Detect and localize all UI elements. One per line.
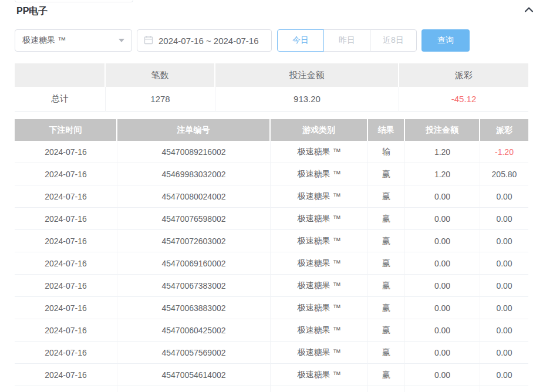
query-button[interactable]: 查询 — [421, 29, 470, 52]
bet-table-cell: 0.00 — [480, 364, 528, 386]
summary-value-cell: -45.12 — [399, 87, 528, 111]
bet-table-header-cell: 游戏类别 — [271, 119, 368, 141]
bet-table-cell: 0.00 — [405, 364, 480, 386]
bet-table-cell: 极速糖果 ™ — [271, 208, 368, 230]
bet-table-cell: 极速糖果 ™ — [271, 185, 368, 208]
bet-table-cell: 2024-07-16 — [15, 275, 117, 297]
bet-table-header-cell: 注单编号 — [117, 119, 271, 141]
bet-table-cell: 赢 — [368, 364, 405, 386]
pp-electronic-panel: PP电子 极速糖果 ™ 2024-07-16 ~ 2024-07-16 — [0, 0, 543, 392]
date-range-input[interactable]: 2024-07-16 ~ 2024-07-16 — [137, 29, 272, 52]
bet-table-cell: 0.00 — [405, 319, 480, 342]
bet-table-cell: 1.20 — [405, 141, 480, 163]
bet-table-cell: 赢 — [368, 163, 405, 185]
bet-table-cell: 45470069160002 — [117, 252, 271, 275]
bet-table-cell — [480, 386, 528, 392]
bet-table-cell: 0.00 — [405, 230, 480, 252]
panel-title: PP电子 — [16, 5, 48, 18]
collapse-panel-button[interactable] — [522, 3, 536, 17]
bet-table-cell: 0.00 — [405, 208, 480, 230]
bet-records-table: 下注时间注单编号游戏类别结果投注金额派彩 2024-07-16454700892… — [15, 119, 528, 392]
bet-table-cell: 45470072603002 — [117, 230, 271, 252]
summary-header-cell: 派彩 — [399, 63, 528, 87]
summary-header-cell: 投注金额 — [215, 63, 399, 87]
bet-table-cell: 极速糖果 ™ — [271, 364, 368, 386]
filter-bar: 极速糖果 ™ 2024-07-16 ~ 2024-07-16 今日昨日近8日 查… — [15, 29, 470, 52]
summary-row-label: 总计 — [15, 87, 106, 111]
bet-table-cell: 赢 — [368, 185, 405, 208]
bet-table-cell: 2024-07-16 — [15, 185, 117, 208]
caret-down-icon — [119, 39, 124, 42]
bet-table-header-cell: 派彩 — [480, 119, 528, 141]
bet-table-cell: 极速糖果 ™ — [271, 163, 368, 185]
bet-table-cell: 赢 — [368, 297, 405, 319]
calendar-icon — [144, 35, 158, 46]
table-row: 2024-07-1645469983032002极速糖果 ™赢1.20205.8… — [15, 163, 528, 185]
table-row: 2024-07-1645470080024002极速糖果 ™赢0.000.00 — [15, 185, 528, 208]
bet-table-cell: 0.00 — [480, 208, 528, 230]
table-row: 2024-07-1645470060425002极速糖果 ™赢0.000.00 — [15, 319, 528, 342]
summary-header-cell: 笔数 — [106, 63, 215, 87]
bet-table-cell: 极速糖果 ™ — [271, 319, 368, 342]
bet-table-cell: 赢 — [368, 319, 405, 342]
bet-table-cell: -1.20 — [480, 141, 528, 163]
quick-range-button-2[interactable]: 近8日 — [370, 29, 417, 52]
quick-range-button-1[interactable]: 昨日 — [323, 29, 370, 52]
bet-table-cell: 2024-07-16 — [15, 141, 117, 163]
date-range-value: 2024-07-16 ~ 2024-07-16 — [158, 36, 259, 46]
bet-table-cell: 2024-07-16 — [15, 297, 117, 319]
bet-table-header-cell: 结果 — [368, 119, 405, 141]
table-row-partial — [15, 386, 528, 392]
bet-table-cell: 45469983032002 — [117, 163, 271, 185]
bet-table-cell: 极速糖果 ™ — [271, 275, 368, 297]
bet-table-cell: 0.00 — [480, 275, 528, 297]
quick-range-button-0[interactable]: 今日 — [277, 29, 324, 52]
quick-range-button-group: 今日昨日近8日 — [277, 29, 417, 52]
game-select-value: 极速糖果 ™ — [22, 35, 66, 46]
bet-table-cell: 0.00 — [405, 185, 480, 208]
bet-table-cell: 赢 — [368, 208, 405, 230]
bet-table-cell: 0.00 — [405, 252, 480, 275]
bet-table-header-cell: 下注时间 — [15, 119, 117, 141]
bet-table-body: 2024-07-1645470089216002极速糖果 ™输1.20-1.20… — [15, 141, 528, 392]
bet-table-cell: 极速糖果 ™ — [271, 252, 368, 275]
bet-table-cell — [15, 386, 117, 392]
bet-table-cell: 0.00 — [405, 297, 480, 319]
table-row: 2024-07-1645470076598002极速糖果 ™赢0.000.00 — [15, 208, 528, 230]
summary-value-cell: 913.20 — [215, 87, 399, 111]
game-select[interactable]: 极速糖果 ™ — [15, 29, 132, 52]
bet-table-cell: 赢 — [368, 342, 405, 364]
bet-table-cell: 2024-07-16 — [15, 163, 117, 185]
summary-header-cell — [15, 63, 106, 87]
bet-table-header-row: 下注时间注单编号游戏类别结果投注金额派彩 — [15, 119, 528, 141]
bet-table-cell: 极速糖果 ™ — [271, 141, 368, 163]
previous-panel-edge — [15, 0, 133, 2]
bet-table-cell — [271, 386, 368, 392]
bet-table-cell: 2024-07-16 — [15, 364, 117, 386]
bet-table-cell: 45470054614002 — [117, 364, 271, 386]
bet-table-cell: 45470057569002 — [117, 342, 271, 364]
summary-table: 笔数投注金额派彩 总计1278913.20-45.12 — [15, 63, 528, 111]
summary-header-row: 笔数投注金额派彩 — [15, 63, 528, 87]
bet-table-cell: 赢 — [368, 275, 405, 297]
bet-table-cell: 45470089216002 — [117, 141, 271, 163]
bet-table-cell: 0.00 — [480, 342, 528, 364]
bet-table-cell: 2024-07-16 — [15, 252, 117, 275]
table-row: 2024-07-1645470089216002极速糖果 ™输1.20-1.20 — [15, 141, 528, 163]
bet-table-cell: 45470067383002 — [117, 275, 271, 297]
bet-table-cell: 45470063883002 — [117, 297, 271, 319]
table-row: 2024-07-1645470069160002极速糖果 ™赢0.000.00 — [15, 252, 528, 275]
bet-table-cell: 1.20 — [405, 163, 480, 185]
bet-table-cell: 极速糖果 ™ — [271, 297, 368, 319]
summary-total-row: 总计1278913.20-45.12 — [15, 87, 528, 111]
bet-table-cell — [368, 386, 405, 392]
bet-table-cell: 0.00 — [480, 252, 528, 275]
bet-table-cell: 0.00 — [480, 185, 528, 208]
bet-table-cell: 2024-07-16 — [15, 230, 117, 252]
bet-table-cell: 0.00 — [480, 319, 528, 342]
bet-table-cell: 0.00 — [480, 230, 528, 252]
bet-table-cell: 赢 — [368, 230, 405, 252]
table-row: 2024-07-1645470067383002极速糖果 ™赢0.000.00 — [15, 275, 528, 297]
bet-table-cell: 2024-07-16 — [15, 319, 117, 342]
bet-table-cell: 45470080024002 — [117, 185, 271, 208]
